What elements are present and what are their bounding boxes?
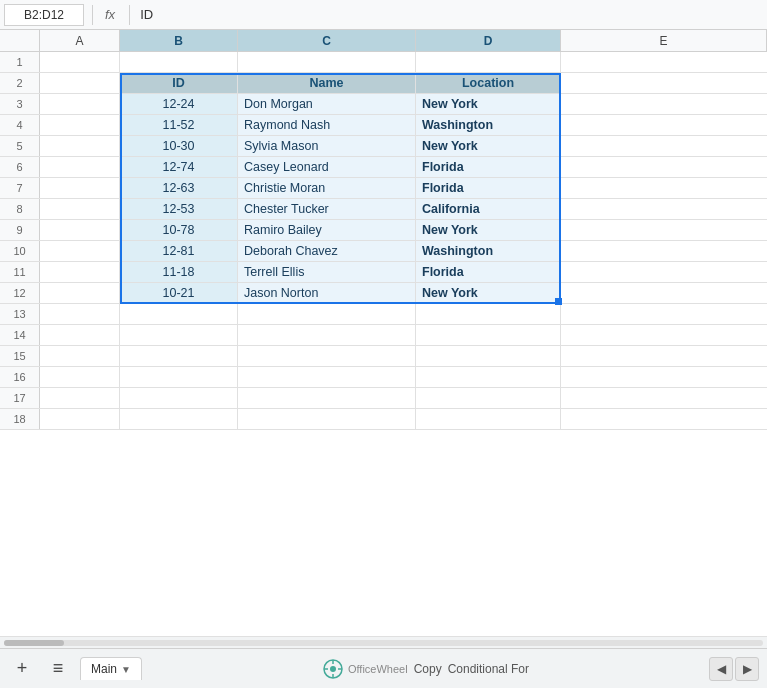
cell-c-4[interactable]: Raymond Nash	[238, 115, 416, 135]
conditional-format-label[interactable]: Conditional For	[448, 662, 529, 676]
cell-c-7[interactable]: Christie Moran	[238, 178, 416, 198]
cell-d-1[interactable]	[416, 52, 561, 72]
table-row[interactable]: 1210-21Jason NortonNew York	[0, 283, 767, 304]
cell-d-2[interactable]: Location	[416, 73, 561, 93]
cell-b-7[interactable]: 12-63	[120, 178, 238, 198]
cell-a-13[interactable]	[40, 304, 120, 324]
cell-a-1[interactable]	[40, 52, 120, 72]
cell-d-7[interactable]: Florida	[416, 178, 561, 198]
cell-d-9[interactable]: New York	[416, 220, 561, 240]
cell-b-18[interactable]	[120, 409, 238, 429]
cell-a-7[interactable]	[40, 178, 120, 198]
cell-e-3[interactable]	[561, 94, 767, 114]
cell-c-18[interactable]	[238, 409, 416, 429]
copy-label[interactable]: Copy	[414, 662, 442, 676]
table-row[interactable]: 1	[0, 52, 767, 73]
cell-a-3[interactable]	[40, 94, 120, 114]
cell-c-11[interactable]: Terrell Ellis	[238, 262, 416, 282]
table-row[interactable]: 612-74Casey LeonardFlorida	[0, 157, 767, 178]
table-row[interactable]: 712-63Christie MoranFlorida	[0, 178, 767, 199]
cell-e-14[interactable]	[561, 325, 767, 345]
cell-b-4[interactable]: 11-52	[120, 115, 238, 135]
cell-c-17[interactable]	[238, 388, 416, 408]
cell-a-2[interactable]	[40, 73, 120, 93]
cell-b-17[interactable]	[120, 388, 238, 408]
col-header-a[interactable]: A	[40, 30, 120, 51]
cell-d-11[interactable]: Florida	[416, 262, 561, 282]
cell-b-13[interactable]	[120, 304, 238, 324]
table-row[interactable]: 18	[0, 409, 767, 430]
cell-b-6[interactable]: 12-74	[120, 157, 238, 177]
cell-reference-box[interactable]: B2:D12	[4, 4, 84, 26]
cell-b-8[interactable]: 12-53	[120, 199, 238, 219]
cell-b-5[interactable]: 10-30	[120, 136, 238, 156]
table-row[interactable]: 17	[0, 388, 767, 409]
scrollbar-thumb[interactable]	[4, 640, 64, 646]
cell-c-9[interactable]: Ramiro Bailey	[238, 220, 416, 240]
add-sheet-button[interactable]: +	[8, 655, 36, 683]
cell-d-12[interactable]: New York	[416, 283, 561, 303]
cell-e-16[interactable]	[561, 367, 767, 387]
col-header-e[interactable]: E	[561, 30, 767, 51]
cell-c-12[interactable]: Jason Norton	[238, 283, 416, 303]
table-row[interactable]: 1111-18Terrell EllisFlorida	[0, 262, 767, 283]
cell-a-16[interactable]	[40, 367, 120, 387]
cell-d-15[interactable]	[416, 346, 561, 366]
cell-d-8[interactable]: California	[416, 199, 561, 219]
cell-e-7[interactable]	[561, 178, 767, 198]
cell-b-12[interactable]: 10-21	[120, 283, 238, 303]
cell-c-5[interactable]: Sylvia Mason	[238, 136, 416, 156]
cell-e-9[interactable]	[561, 220, 767, 240]
cell-e-15[interactable]	[561, 346, 767, 366]
table-row[interactable]: 15	[0, 346, 767, 367]
cell-e-1[interactable]	[561, 52, 767, 72]
cell-a-12[interactable]	[40, 283, 120, 303]
cell-e-12[interactable]	[561, 283, 767, 303]
cell-d-6[interactable]: Florida	[416, 157, 561, 177]
table-row[interactable]: 910-78Ramiro BaileyNew York	[0, 220, 767, 241]
cell-d-17[interactable]	[416, 388, 561, 408]
cell-c-2[interactable]: Name	[238, 73, 416, 93]
cell-a-10[interactable]	[40, 241, 120, 261]
cell-e-6[interactable]	[561, 157, 767, 177]
cell-e-8[interactable]	[561, 199, 767, 219]
cell-c-14[interactable]	[238, 325, 416, 345]
cell-e-17[interactable]	[561, 388, 767, 408]
cell-b-14[interactable]	[120, 325, 238, 345]
cell-a-9[interactable]	[40, 220, 120, 240]
cell-a-6[interactable]	[40, 157, 120, 177]
cell-b-16[interactable]	[120, 367, 238, 387]
cell-b-3[interactable]: 12-24	[120, 94, 238, 114]
cell-c-16[interactable]	[238, 367, 416, 387]
cell-c-13[interactable]	[238, 304, 416, 324]
cell-d-10[interactable]: Washington	[416, 241, 561, 261]
formula-content[interactable]: ID	[140, 7, 763, 22]
cell-c-10[interactable]: Deborah Chavez	[238, 241, 416, 261]
sheet-tab-main[interactable]: Main ▼	[80, 657, 142, 680]
cell-d-13[interactable]	[416, 304, 561, 324]
copy-button-area[interactable]: OfficeWheel	[322, 658, 408, 680]
cell-e-13[interactable]	[561, 304, 767, 324]
table-row[interactable]: 312-24Don MorganNew York	[0, 94, 767, 115]
cell-d-16[interactable]	[416, 367, 561, 387]
table-row[interactable]: 510-30Sylvia MasonNew York	[0, 136, 767, 157]
cell-a-5[interactable]	[40, 136, 120, 156]
table-row[interactable]: 411-52Raymond NashWashington	[0, 115, 767, 136]
cell-c-8[interactable]: Chester Tucker	[238, 199, 416, 219]
sheet-menu-button[interactable]: ≡	[44, 655, 72, 683]
table-row[interactable]: 2IDNameLocation	[0, 73, 767, 94]
cell-e-2[interactable]	[561, 73, 767, 93]
cell-a-11[interactable]	[40, 262, 120, 282]
table-row[interactable]: 13	[0, 304, 767, 325]
cell-e-11[interactable]	[561, 262, 767, 282]
cell-d-4[interactable]: Washington	[416, 115, 561, 135]
col-header-b[interactable]: B	[120, 30, 238, 51]
cell-b-10[interactable]: 12-81	[120, 241, 238, 261]
cell-a-8[interactable]	[40, 199, 120, 219]
cell-a-18[interactable]	[40, 409, 120, 429]
col-header-d[interactable]: D	[416, 30, 561, 51]
prev-sheet-button[interactable]: ◀	[709, 657, 733, 681]
next-sheet-button[interactable]: ▶	[735, 657, 759, 681]
cell-d-5[interactable]: New York	[416, 136, 561, 156]
col-header-c[interactable]: C	[238, 30, 416, 51]
